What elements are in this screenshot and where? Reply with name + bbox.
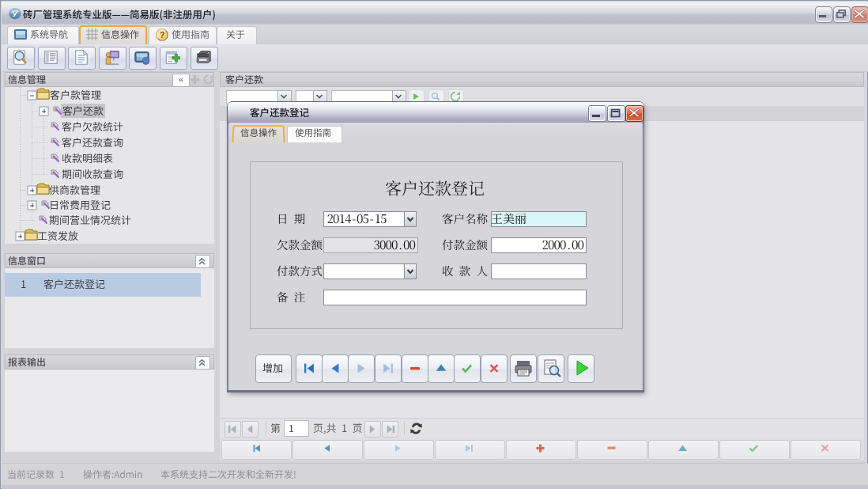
svg-text:?: ? [160,31,164,40]
